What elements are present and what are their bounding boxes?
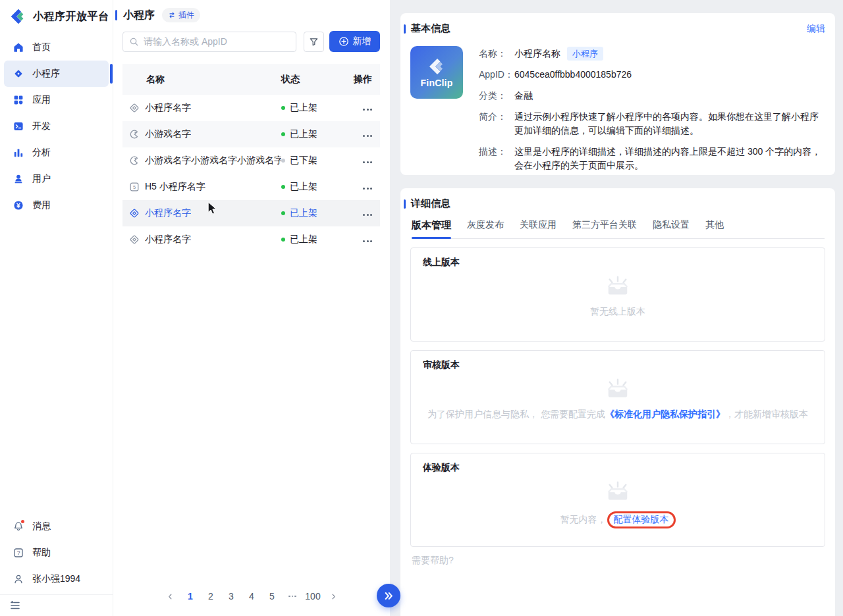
add-button[interactable]: 新增 <box>329 31 380 52</box>
add-button-label: 新增 <box>353 36 371 47</box>
expand-panel-button[interactable] <box>377 584 400 607</box>
sidebar-item-help[interactable]: ? 帮助 <box>4 540 109 566</box>
field-name: 名称： 小程序名称 小程序 <box>479 47 825 61</box>
empty-box-icon <box>602 480 634 505</box>
app-name: 小程序名字 <box>145 207 191 219</box>
sidebar-item-account[interactable]: 张小强1994 <box>4 566 109 592</box>
more-actions-icon[interactable] <box>359 184 372 193</box>
table-row[interactable]: 小程序名字 已上架 <box>122 226 380 253</box>
page-number[interactable]: 4 <box>243 588 260 605</box>
title-accent-bar <box>115 10 117 20</box>
sidebar-item-label: 帮助 <box>32 547 51 559</box>
detail-info-card: 详细信息 版本管理 灰度发布 关联应用 第三方平台关联 隐私设置 其他 线上版本… <box>400 188 835 616</box>
page-number[interactable]: 2 <box>202 588 219 605</box>
app-name: H5 小程序名字 <box>145 181 205 193</box>
terminal-icon <box>13 121 24 132</box>
page-title: 小程序 <box>123 9 155 22</box>
filter-button[interactable] <box>304 32 324 52</box>
sidebar-item-apps[interactable]: 应用 <box>4 87 109 113</box>
plugin-switch-badge[interactable]: 插件 <box>162 8 200 22</box>
sidebar-item-users[interactable]: 用户 <box>4 166 109 192</box>
field-category: 分类： 金融 <box>479 89 825 103</box>
tab-third-party[interactable]: 第三方平台关联 <box>572 219 637 238</box>
help-icon: ? <box>13 548 24 558</box>
empty-box-icon <box>602 377 634 402</box>
header-name: 名称 <box>122 74 281 86</box>
prev-page-icon[interactable] <box>161 588 178 605</box>
next-page-icon[interactable] <box>325 588 342 605</box>
collapse-sidebar-icon[interactable] <box>10 601 20 610</box>
plugin-badge-label: 插件 <box>178 10 194 21</box>
table-header: 名称 状态 操作 <box>122 64 380 95</box>
status-dot-online <box>281 238 285 242</box>
privacy-guide-link[interactable]: 《标准化用户隐私保护指引》 <box>605 409 725 421</box>
review-version-card: 审核版本 为了保护用户信息与隐私， 您需要配置完成 《标准化用户隐私保护指引》 … <box>410 350 825 444</box>
page-number[interactable]: 5 <box>263 588 281 605</box>
page-number[interactable]: 1 <box>182 588 199 605</box>
header-ops: 操作 <box>352 74 380 86</box>
miniapp-list-panel: 小程序 插件 <box>113 0 390 616</box>
sidebar-item-miniapp[interactable]: 小程序 <box>4 61 109 87</box>
app-name: 小游戏名字小游戏名字小游戏名字 <box>145 155 281 167</box>
header-status: 状态 <box>281 74 352 86</box>
app-name: 小程序名字 <box>145 234 191 245</box>
funnel-icon <box>309 37 319 47</box>
tab-privacy[interactable]: 隐私设置 <box>653 219 690 238</box>
trial-version-card: 体验版本 暂无内容， 配置体验版本 <box>410 453 825 547</box>
page-number-last[interactable]: 100 <box>304 588 321 605</box>
search-input[interactable] <box>122 32 296 52</box>
table-row[interactable]: 小游戏名字 已上架 <box>122 121 380 147</box>
table-row[interactable]: 小游戏名字小游戏名字小游戏名字 已下架 <box>122 147 380 174</box>
tab-linked-apps[interactable]: 关联应用 <box>520 219 557 238</box>
status-label: 已上架 <box>290 181 317 193</box>
bell-icon <box>13 521 24 532</box>
online-version-card: 线上版本 暂无线上版本 <box>410 247 825 342</box>
status-label: 已上架 <box>290 102 317 114</box>
online-empty-text: 暂无线上版本 <box>590 306 645 318</box>
swap-icon <box>168 11 176 19</box>
status-dot-online <box>281 132 285 136</box>
more-actions-icon[interactable] <box>359 131 372 141</box>
platform-logo: 小程序开放平台 <box>0 0 113 32</box>
more-actions-icon[interactable] <box>359 210 372 220</box>
sidebar-item-develop[interactable]: 开发 <box>4 113 109 140</box>
detail-info-title: 详细信息 <box>411 197 450 210</box>
table-row[interactable]: 小程序名字 已上架 <box>122 95 380 121</box>
table-row-selected[interactable]: 小程序名字 已上架 <box>122 200 380 226</box>
app-name: 小游戏名字 <box>145 128 191 140</box>
sidebar-item-analytics[interactable]: 分析 <box>4 140 109 166</box>
trial-version-title: 体验版本 <box>423 462 813 474</box>
status-label: 已上架 <box>290 234 317 245</box>
finclip-logo-icon <box>8 7 28 26</box>
user-outline-icon <box>13 574 24 584</box>
sidebar-item-home[interactable]: 首页 <box>4 34 109 61</box>
more-actions-icon[interactable] <box>359 105 372 115</box>
review-empty-suffix: ，才能新增审核版本 <box>725 409 808 421</box>
page-ellipsis-icon[interactable] <box>284 588 301 605</box>
more-actions-icon[interactable] <box>359 236 372 246</box>
status-label: 已下架 <box>290 155 317 167</box>
sidebar-item-messages[interactable]: 消息 <box>4 513 109 540</box>
minigame-icon <box>129 155 140 166</box>
edit-link[interactable]: 编辑 <box>807 23 825 35</box>
more-actions-icon[interactable] <box>359 157 372 167</box>
tab-gray-release[interactable]: 灰度发布 <box>467 219 504 238</box>
miniapp-icon <box>129 208 140 218</box>
notification-dot <box>21 520 24 523</box>
tab-other[interactable]: 其他 <box>705 219 724 238</box>
status-label: 已上架 <box>290 207 317 219</box>
configure-trial-version-link[interactable]: 配置体验版本 <box>614 514 669 525</box>
search-icon <box>129 37 139 47</box>
svg-text:5: 5 <box>133 184 136 190</box>
sidebar-item-label: 应用 <box>32 94 51 106</box>
bar-chart-icon <box>13 147 24 158</box>
need-help-link[interactable]: 需要帮助? <box>412 555 835 567</box>
sidebar-item-label: 用户 <box>32 173 51 185</box>
tab-version-management[interactable]: 版本管理 <box>412 219 451 238</box>
table-row[interactable]: 5 H5 小程序名字 已上架 <box>122 174 380 200</box>
platform-title: 小程序开放平台 <box>33 10 109 24</box>
plus-circle-icon <box>339 36 349 47</box>
sidebar-item-billing[interactable]: 费用 <box>4 192 109 218</box>
yuan-coin-icon <box>13 200 24 211</box>
page-number[interactable]: 3 <box>223 588 240 605</box>
